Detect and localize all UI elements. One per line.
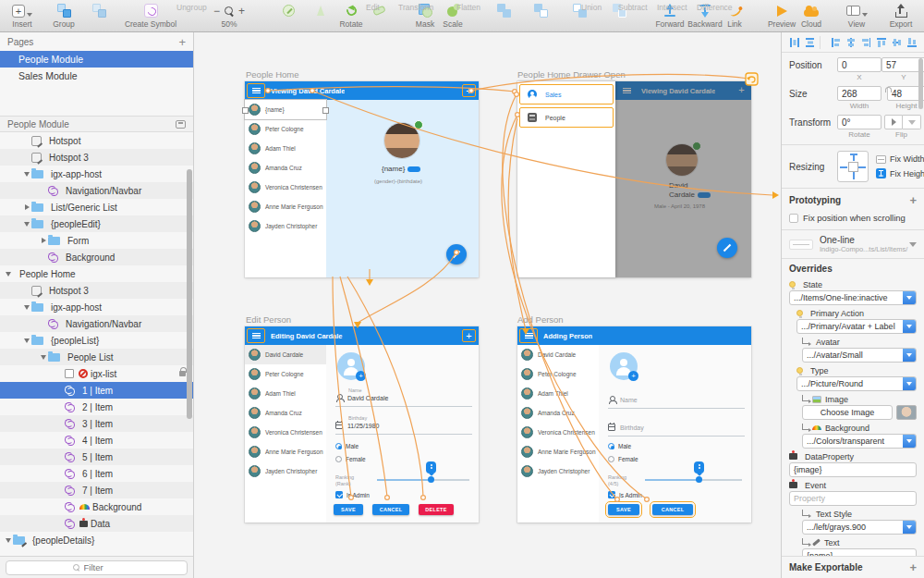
person-row[interactable]: Jayden Christopher: [245, 216, 326, 236]
ranking-slider[interactable]: [377, 479, 469, 481]
male-radio[interactable]: Male: [608, 443, 631, 449]
layer-row[interactable]: Data: [0, 515, 193, 532]
person-row[interactable]: David Cardale: [517, 345, 599, 364]
person-row[interactable]: Adam Thiel: [245, 139, 326, 158]
layer-row[interactable]: People Home: [0, 265, 193, 282]
artboard-title-add-person[interactable]: Add Person: [517, 314, 564, 325]
artboard-add-person[interactable]: Adding Person David CardalePeter Cologne…: [517, 326, 751, 523]
person-row[interactable]: Peter Cologne: [245, 119, 326, 139]
person-row[interactable]: Veronica Christensen: [245, 178, 326, 197]
disclosure-triangle-icon[interactable]: [39, 355, 48, 360]
disclosure-triangle-icon[interactable]: [4, 272, 13, 277]
zoom-in-icon[interactable]: +: [238, 5, 245, 18]
zoom-control[interactable]: −+50%: [200, 3, 259, 29]
layer-row[interactable]: Navigation/Navbar: [0, 182, 193, 199]
export-button[interactable]: Export: [881, 3, 921, 29]
artboard-drawer-open[interactable]: Viewing David Cardale + David Cardale Ma…: [517, 81, 751, 277]
disclosure-triangle-icon[interactable]: [22, 305, 31, 310]
override-select[interactable]: .../Avatar/Small: [802, 348, 917, 363]
save-button[interactable]: SAVE: [334, 504, 363, 515]
align-center-horizontal-icon[interactable]: [845, 37, 856, 48]
artboard-edit-person[interactable]: Editing David Cardale + David CardalePet…: [245, 326, 479, 523]
align-left-icon[interactable]: [831, 37, 841, 48]
layer-row[interactable]: {peopleList}: [0, 332, 193, 349]
is-admin-checkbox[interactable]: Is Admin: [608, 491, 642, 498]
add-person-hotspot[interactable]: +: [462, 84, 476, 97]
hamburger-menu-hotspot[interactable]: [247, 328, 265, 343]
override-select[interactable]: .../Items/One-line:inactive: [789, 290, 917, 305]
override-select[interactable]: .../Primary/Avatar + Label: [796, 319, 917, 334]
layer-row[interactable]: 2 | Item: [0, 399, 193, 415]
artboard-title-people-home[interactable]: People Home: [246, 69, 299, 80]
layers-scrollbar[interactable]: [187, 169, 192, 419]
fix-height-toggle[interactable]: Fix Height: [876, 168, 924, 178]
filter-input[interactable]: [84, 562, 121, 572]
person-row[interactable]: Veronica Christensen: [245, 423, 326, 442]
name-field[interactable]: David Cardale: [335, 394, 388, 401]
edit-fab[interactable]: [717, 238, 737, 258]
female-radio[interactable]: Female: [335, 456, 366, 462]
person-row[interactable]: Peter Cologne: [245, 364, 326, 384]
rotate-input[interactable]: 0°: [837, 115, 881, 129]
person-row[interactable]: Peter Cologne: [517, 364, 599, 384]
align-top-icon[interactable]: [876, 37, 886, 48]
layer-row[interactable]: 4 | Item: [0, 432, 193, 449]
layer-row[interactable]: 3 | Item: [0, 415, 193, 432]
birthday-field[interactable]: 11/25/1980: [335, 422, 380, 429]
subtract-button[interactable]: Subtract: [520, 3, 561, 18]
artboard-people-home[interactable]: Viewing David Cardale + {name}Peter Colo…: [245, 81, 479, 277]
disclosure-triangle-icon[interactable]: [22, 338, 31, 343]
name-field[interactable]: Name: [608, 396, 638, 403]
layer-row[interactable]: {peopleEdit}: [0, 215, 193, 232]
is-admin-checkbox[interactable]: Is Admin: [335, 491, 370, 498]
layer-row[interactable]: 6 | Item: [0, 465, 193, 482]
layer-row[interactable]: Hotspot 3: [0, 282, 193, 299]
drawer-item[interactable]: Sales: [519, 84, 614, 105]
person-row[interactable]: Jayden Christopher: [517, 461, 599, 481]
layer-row[interactable]: {peopleDetails}: [0, 532, 193, 548]
disclosure-triangle-icon[interactable]: [22, 222, 31, 227]
layer-row[interactable]: Background: [0, 498, 193, 515]
override-select[interactable]: .../left/grays.900: [802, 520, 917, 535]
person-row[interactable]: Veronica Christensen: [517, 423, 599, 442]
edit-fab[interactable]: [446, 244, 467, 264]
add-photo-button[interactable]: +: [356, 371, 366, 381]
pinning-widget[interactable]: [837, 151, 869, 182]
hamburger-menu-hotspot[interactable]: [519, 328, 538, 343]
ungroup-button[interactable]: Ungroup: [79, 3, 119, 18]
male-radio[interactable]: Male: [335, 443, 359, 449]
filter-field[interactable]: [6, 560, 188, 575]
person-row[interactable]: Jayden Christopher: [245, 461, 326, 481]
person-row[interactable]: Amanda Cruz: [245, 158, 326, 178]
layer-row[interactable]: Navigation/Navbar: [0, 315, 193, 332]
save-hotspot[interactable]: SAVE: [608, 504, 639, 515]
zoom-out-icon[interactable]: −: [213, 5, 220, 18]
person-row[interactable]: Adam Thiel: [517, 384, 599, 403]
canvas[interactable]: People Home People Home Drawer Open Edit…: [194, 32, 781, 578]
align-middle-vertical-icon[interactable]: [892, 37, 902, 48]
insert-button[interactable]: +Insert: [2, 3, 43, 29]
layer-row[interactable]: Background: [0, 249, 193, 265]
disclosure-triangle-icon[interactable]: [39, 238, 48, 243]
distribute-horizontally-icon[interactable]: [789, 37, 799, 48]
add-export-button[interactable]: +: [909, 560, 917, 574]
layer-row[interactable]: Form: [0, 232, 193, 249]
person-row[interactable]: Anne Marie Ferguson: [245, 442, 326, 461]
symbol-selector[interactable]: One-line Indigo-Compo...ts/List/Items/: [782, 229, 924, 259]
page-item[interactable]: People Module: [0, 51, 193, 68]
person-row[interactable]: Amanda Cruz: [517, 403, 599, 423]
override-select[interactable]: .../Picture/Round: [796, 376, 917, 391]
page-item[interactable]: Sales Module: [0, 68, 193, 84]
create-symbol-button[interactable]: Create Symbol: [121, 3, 180, 29]
view-button[interactable]: View: [836, 3, 877, 29]
birthday-field[interactable]: Birthday: [608, 424, 644, 431]
person-row[interactable]: David Cardale: [245, 345, 326, 364]
layer-row[interactable]: Hotspot 3: [0, 149, 193, 166]
person-row[interactable]: Anne Marie Ferguson: [245, 197, 326, 216]
align-right-icon[interactable]: [861, 37, 871, 48]
layer-row[interactable]: List/Generic List: [0, 199, 193, 215]
add-page-button[interactable]: +: [178, 35, 186, 49]
layer-row[interactable]: People List: [0, 349, 193, 365]
delete-button[interactable]: DELETE: [419, 504, 454, 515]
flip-horizontal-button[interactable]: [884, 115, 903, 129]
